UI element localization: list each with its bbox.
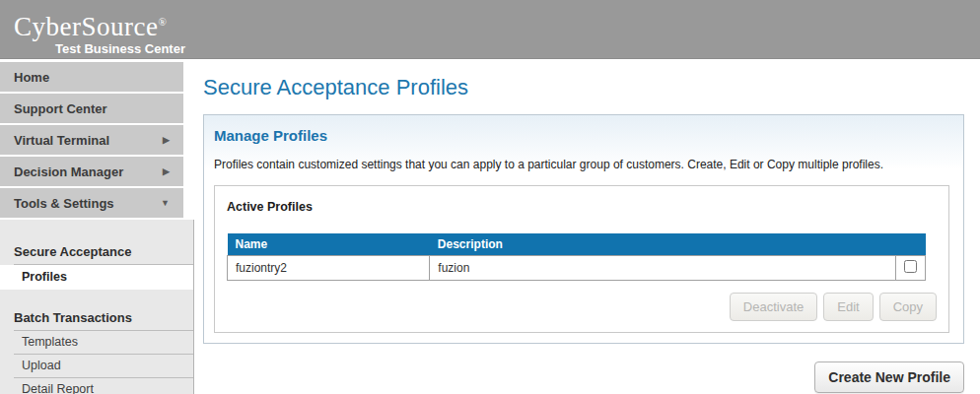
column-header-select [896,233,926,256]
create-new-profile-button[interactable]: Create New Profile [814,361,964,393]
table-row: fuziontry2 fuzion [228,256,926,281]
chevron-down-icon: ▼ [161,199,170,208]
main-content: Secure Acceptance Profiles Manage Profil… [194,59,980,394]
sidebar-item-label: Support Center [14,101,107,116]
sidebar-item-label: Home [14,70,49,85]
logo-subtitle: Test Business Center [55,41,980,56]
panel-description: Profiles contain customized settings tha… [214,158,949,171]
sidebar-item-templates[interactable]: Templates [0,331,193,354]
page-title: Secure Acceptance Profiles [203,75,964,100]
manage-profiles-panel: Manage Profiles Profiles contain customi… [203,114,964,344]
sidebar-item-home[interactable]: Home [0,62,183,92]
profile-name-cell: fuziontry2 [228,256,430,281]
panel-title: Manage Profiles [214,127,949,144]
deactivate-button[interactable]: Deactivate [730,293,817,321]
profiles-table: Name Description fuziontry2 fuzion [227,233,926,281]
sidebar-section-batch-transactions: Batch Transactions [0,305,193,330]
registered-mark: ® [158,16,167,28]
profile-description-cell: fuzion [430,256,896,281]
column-header-name: Name [228,233,430,256]
spacer [0,290,193,305]
cybersource-logo: CyberSource® [14,8,980,41]
sidebar-item-label: Decision Manager [14,164,123,179]
app-header: CyberSource® Test Business Center [0,0,980,59]
sidebar-item-upload[interactable]: Upload [0,355,193,377]
table-header-row: Name Description [228,233,926,256]
chevron-right-icon: ▶ [163,167,170,176]
profile-actions: Deactivate Edit Copy [227,293,937,321]
sidebar-item-tools-settings[interactable]: Tools & Settings ▼ [0,188,183,218]
sidebar-item-label: Tools & Settings [14,196,114,211]
sidebar-submenu: Secure Acceptance Profiles Batch Transac… [0,220,194,394]
create-profile-row: Create New Profile [203,361,964,393]
column-header-description: Description [430,233,896,256]
sidebar-item-label: Virtual Terminal [14,133,109,148]
profile-select-checkbox[interactable] [904,260,917,273]
sidebar-item-support-center[interactable]: Support Center [0,94,183,123]
sidebar-item-virtual-terminal[interactable]: Virtual Terminal ▶ [0,125,183,155]
sidebar-top-nav: Home Support Center Virtual Terminal ▶ D… [0,59,194,220]
chevron-right-icon: ▶ [163,136,170,145]
sidebar-item-decision-manager[interactable]: Decision Manager ▶ [0,157,183,186]
active-profiles-box: Active Profiles Name Description fuziont… [214,185,949,333]
copy-button[interactable]: Copy [879,293,937,321]
logo-text: CyberSource [14,12,158,41]
sidebar-item-detail-report[interactable]: Detail Report [0,378,193,394]
sidebar: Home Support Center Virtual Terminal ▶ D… [0,59,194,394]
sidebar-item-profiles[interactable]: Profiles [0,265,193,290]
profile-select-cell [896,256,926,281]
sidebar-section-secure-acceptance: Secure Acceptance [0,239,193,264]
active-profiles-title: Active Profiles [227,200,937,214]
edit-button[interactable]: Edit [823,293,873,321]
